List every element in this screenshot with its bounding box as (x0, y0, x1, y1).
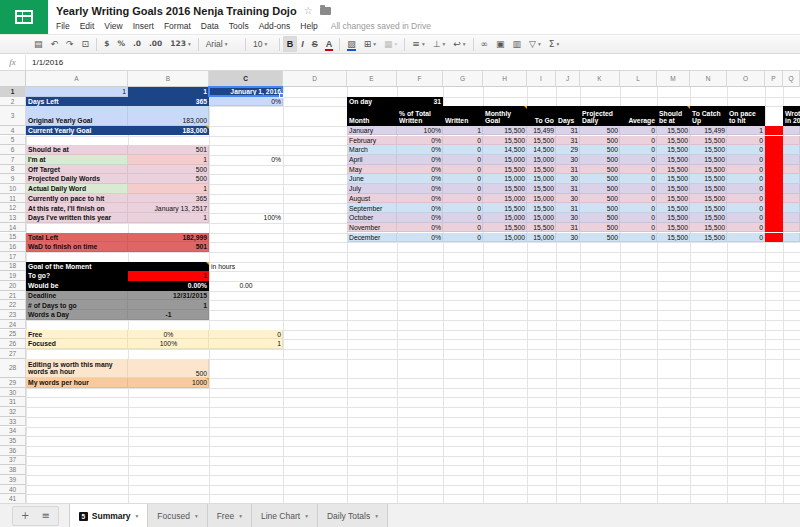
cell-H6[interactable]: 14,500 (483, 145, 527, 155)
cell-Q5[interactable] (783, 136, 800, 146)
all-sheets-button[interactable]: ≡ (41, 511, 49, 521)
cell-E6[interactable]: March (347, 145, 397, 155)
cell-N4[interactable]: 15,499 (690, 126, 727, 136)
row-header-37[interactable]: 37 (0, 456, 26, 466)
menu-add-ons[interactable]: Add-ons (254, 21, 296, 31)
row-header-30[interactable]: 30 (0, 388, 26, 398)
row-header-2[interactable]: 2 (0, 97, 26, 107)
cell-L3[interactable]: Average (620, 106, 657, 125)
cell-O14[interactable]: 0 (727, 223, 765, 233)
cell-P4[interactable] (765, 126, 783, 136)
tab-dropdown-icon[interactable]: ▾ (375, 513, 378, 519)
menu-view[interactable]: View (99, 21, 127, 31)
cell-L13[interactable]: 0 (620, 213, 657, 223)
cell-Q3[interactable]: Wrote in 20 (783, 106, 800, 125)
cell-B15[interactable]: 182,999 (128, 233, 209, 243)
cell-C26[interactable]: 1 (209, 339, 283, 349)
cell-B7[interactable]: 1 (128, 155, 209, 165)
cell-E14[interactable]: November (347, 223, 397, 233)
cell-L7[interactable]: 0 (620, 155, 657, 165)
menu-insert[interactable]: Insert (128, 21, 159, 31)
cell-M7[interactable]: 15,500 (657, 155, 690, 165)
cell-H9[interactable]: 15,000 (483, 174, 527, 184)
cell-J13[interactable]: 30 (556, 213, 580, 223)
cell-B11[interactable]: 365 (128, 194, 209, 204)
row-header-18[interactable]: 18 (0, 262, 26, 272)
cell-K12[interactable]: 500 (580, 203, 620, 213)
row-header-11[interactable]: 11 (0, 194, 26, 204)
cell-K13[interactable]: 500 (580, 213, 620, 223)
cell-H13[interactable]: 15,000 (483, 213, 527, 223)
cell-P13[interactable] (765, 213, 783, 223)
cell-A7[interactable]: I'm at (26, 155, 128, 165)
more-formats-button[interactable]: 123▾ (167, 36, 194, 52)
column-header-D[interactable]: D (283, 71, 347, 87)
cell-I6[interactable]: 14,500 (527, 145, 556, 155)
cell-L8[interactable]: 0 (620, 165, 657, 175)
cell-M6[interactable]: 15,500 (657, 145, 690, 155)
menu-help[interactable]: Help (295, 21, 322, 31)
cell-H3[interactable]: Monthly Goal (483, 106, 527, 125)
cell-A4[interactable]: Current Yearly Goal (26, 126, 128, 136)
cell-G13[interactable]: 0 (443, 213, 483, 223)
cell-A29[interactable]: My words per hour (26, 378, 128, 388)
cell-G15[interactable]: 0 (443, 233, 483, 243)
cell-B10[interactable]: 1 (128, 184, 209, 194)
cell-E15[interactable]: December (347, 233, 397, 243)
cell-H10[interactable]: 15,500 (483, 184, 527, 194)
font-family-button[interactable]: Arial▾ (202, 36, 241, 52)
row-header-26[interactable]: 26 (0, 339, 26, 349)
star-icon[interactable]: ☆ (304, 5, 313, 16)
cell-I3[interactable]: To Go (527, 106, 556, 125)
row-header-1[interactable]: 1 (0, 87, 26, 97)
cell-B2[interactable]: 365 (128, 97, 209, 107)
cell-H4[interactable]: 15,500 (483, 126, 527, 136)
cell-I12[interactable]: 15,500 (527, 203, 556, 213)
cell-J5[interactable]: 31 (556, 136, 580, 146)
cell-O13[interactable]: 0 (727, 213, 765, 223)
cell-B23[interactable]: -1 (128, 310, 209, 320)
row-header-24[interactable]: 24 (0, 320, 26, 330)
tab-dropdown-icon[interactable]: ▾ (195, 513, 198, 519)
cell-Q14[interactable] (783, 223, 800, 233)
merge-cells-button[interactable]: ▦▾ (381, 36, 401, 52)
cell-L12[interactable]: 0 (620, 203, 657, 213)
column-header-C[interactable]: C (209, 71, 283, 87)
cell-N6[interactable]: 15,500 (690, 145, 727, 155)
column-header-M[interactable]: M (657, 71, 690, 87)
cell-B13[interactable]: 1 (128, 213, 209, 223)
cell-A23[interactable]: Words a Day (26, 310, 128, 320)
format-currency-button[interactable]: $ (101, 36, 113, 52)
cell-B21[interactable]: 12/31/2015 (128, 291, 209, 301)
column-header-B[interactable]: B (128, 71, 209, 87)
cell-N3[interactable]: To Catch Up (690, 106, 727, 125)
tab-free[interactable]: Free▾ (208, 504, 252, 527)
tab-summary[interactable]: 5Summary▾ (69, 504, 149, 527)
cell-O4[interactable]: 1 (727, 126, 765, 136)
cell-J11[interactable]: 30 (556, 194, 580, 204)
cell-N8[interactable]: 15,500 (690, 165, 727, 175)
cell-B6[interactable]: 501 (128, 145, 209, 155)
sheets-logo[interactable] (0, 0, 48, 34)
menu-data[interactable]: Data (196, 21, 224, 31)
cell-A21[interactable]: Deadline (26, 291, 128, 301)
row-header-36[interactable]: 36 (0, 446, 26, 456)
cell-F14[interactable]: 0% (397, 223, 443, 233)
cell-L9[interactable]: 0 (620, 174, 657, 184)
decrease-decimal-button[interactable]: .0 (129, 36, 144, 52)
cell-L15[interactable]: 0 (620, 233, 657, 243)
cell-F8[interactable]: 0% (397, 165, 443, 175)
insert-chart-button[interactable]: ▥ (509, 36, 525, 52)
paint-format-button[interactable]: ⊡ (78, 36, 93, 52)
row-header-8[interactable]: 8 (0, 165, 26, 175)
row-header-12[interactable]: 12 (0, 203, 26, 213)
cell-K10[interactable]: 500 (580, 184, 620, 194)
column-header-E[interactable]: E (347, 71, 397, 87)
cell-B25[interactable]: 0% (128, 330, 209, 340)
row-header-9[interactable]: 9 (0, 174, 26, 184)
cell-H15[interactable]: 15,000 (483, 233, 527, 243)
row-header-16[interactable]: 16 (0, 242, 26, 252)
cell-F11[interactable]: 0% (397, 194, 443, 204)
cell-G11[interactable]: 0 (443, 194, 483, 204)
cell-J10[interactable]: 31 (556, 184, 580, 194)
